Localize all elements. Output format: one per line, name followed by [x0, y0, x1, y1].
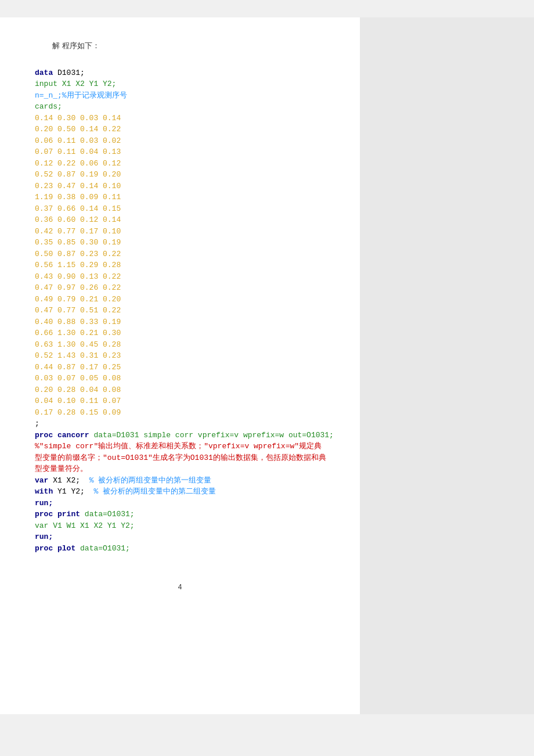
data-row-8: 1.19 0.38 0.09 0.11: [35, 193, 121, 201]
comment-line-3: 型变量量符分。: [35, 465, 88, 473]
data-row-17: 0.49 0.79 0.21 0.20: [35, 295, 121, 304]
data-row-18: 0.47 0.77 0.51 0.22: [35, 306, 121, 315]
n-line: n=_n_;%用于记录观测序号: [35, 91, 127, 100]
data-row-19: 0.40 0.88 0.33 0.19: [35, 318, 121, 326]
comment-line-2: 型变量的前缀名字；"out=O1031"生成名字为O1031的输出数据集，包括原…: [35, 453, 326, 462]
data-row-13: 0.50 0.87 0.23 0.22: [35, 250, 121, 258]
data-row-10: 0.36 0.60 0.12 0.14: [35, 215, 121, 224]
data-row-26: 0.04 0.10 0.11 0.07: [35, 397, 121, 405]
cards-line: cards;: [35, 102, 62, 111]
data-row-4: 0.07 0.11 0.04 0.13: [35, 147, 121, 156]
proc-plot-line: proc plot data=O1031;: [35, 544, 130, 553]
data-row-23: 0.44 0.87 0.17 0.25: [35, 363, 121, 372]
data-row-24: 0.03 0.07 0.05 0.08: [35, 374, 121, 383]
data-row-1: 0.14 0.30 0.03 0.14: [35, 114, 121, 123]
data-row-15: 0.43 0.90 0.13 0.22: [35, 272, 121, 281]
semicolon-line: ;: [35, 419, 39, 428]
keyword-data: data: [35, 69, 53, 77]
right-margin: [360, 17, 534, 714]
comment-line-1: %"simple corr"输出均值、标准差和相关系数；"vprefix=v w…: [35, 442, 322, 451]
data-row-12: 0.35 0.85 0.30 0.19: [35, 238, 121, 247]
data-row-27: 0.17 0.28 0.15 0.09: [35, 408, 121, 417]
section-header: 解 程序如下：: [35, 41, 325, 51]
data-row-16: 0.47 0.97 0.26 0.22: [35, 283, 121, 292]
page-number: 4: [35, 583, 325, 591]
data-row-9: 0.37 0.66 0.14 0.15: [35, 204, 121, 213]
data-row-5: 0.12 0.22 0.06 0.12: [35, 159, 121, 168]
with-line: with Y1 Y2; % 被分析的两组变量中的第二组变量: [35, 487, 216, 496]
code-block: data D1031; input X1 X2 Y1 Y2; n=_n_;%用于…: [35, 56, 325, 566]
data-row-21: 0.63 1.30 0.45 0.28: [35, 340, 121, 349]
data-row-25: 0.20 0.28 0.04 0.08: [35, 386, 121, 394]
var-line-2: var V1 W1 X1 X2 Y1 Y2;: [35, 521, 135, 530]
proc-cancorr-line: proc cancorr data=D1031 simple corr vpre…: [35, 431, 334, 440]
page-content: 解 程序如下： data D1031; input X1 X2 Y1 Y2; n…: [0, 17, 360, 714]
data-row-11: 0.42 0.77 0.17 0.10: [35, 227, 121, 236]
proc-print-line: proc print data=O1031;: [35, 510, 135, 519]
data-row-6: 0.52 0.87 0.19 0.20: [35, 170, 121, 179]
var-line: var X1 X2; % 被分析的两组变量中的第一组变量: [35, 476, 211, 485]
data-row-14: 0.56 1.15 0.29 0.28: [35, 261, 121, 269]
run-line-1: run;: [35, 499, 53, 507]
data-row-22: 0.52 1.43 0.31 0.23: [35, 351, 121, 360]
data-row-2: 0.20 0.50 0.14 0.22: [35, 125, 121, 134]
data-row-7: 0.23 0.47 0.14 0.10: [35, 182, 121, 190]
input-line: input X1 X2 Y1 Y2;: [35, 80, 116, 88]
data-row-3: 0.06 0.11 0.03 0.02: [35, 136, 121, 145]
run-line-2: run;: [35, 532, 53, 541]
data-row-20: 0.66 1.30 0.21 0.30: [35, 329, 121, 337]
